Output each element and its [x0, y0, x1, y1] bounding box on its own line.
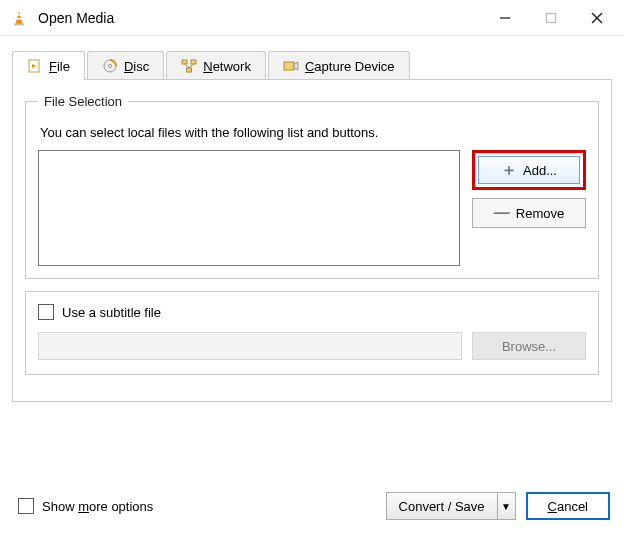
file-list[interactable] [38, 150, 460, 266]
vlc-cone-icon [10, 9, 28, 27]
subtitle-checkbox[interactable] [38, 304, 54, 320]
svg-point-11 [108, 64, 111, 67]
cancel-button[interactable]: Cancel [526, 492, 610, 520]
file-icon [27, 58, 43, 74]
tab-file[interactable]: File [12, 51, 85, 80]
svg-line-16 [189, 64, 194, 68]
tab-panel-file: File Selection You can select local file… [12, 79, 612, 402]
convert-save-label: Convert / Save [399, 499, 485, 514]
tab-network[interactable]: Network [166, 51, 266, 80]
svg-rect-5 [547, 13, 556, 22]
dialog-footer: Show more options Convert / Save ▼ Cance… [0, 484, 624, 536]
svg-rect-1 [14, 23, 24, 25]
file-selection-description: You can select local files with the foll… [40, 125, 586, 140]
svg-marker-0 [16, 11, 23, 24]
file-selection-legend: File Selection [38, 94, 128, 109]
convert-save-split-button: Convert / Save ▼ [386, 492, 516, 520]
tab-capture-device[interactable]: Capture Device [268, 51, 410, 80]
window-title: Open Media [38, 10, 114, 26]
svg-rect-3 [16, 18, 22, 20]
subtitle-group: Use a subtitle file Browse... [25, 291, 599, 375]
disc-icon [102, 58, 118, 74]
svg-rect-13 [191, 60, 196, 64]
network-icon [181, 58, 197, 74]
svg-rect-2 [16, 14, 21, 16]
maximize-button[interactable] [528, 3, 574, 33]
browse-subtitle-button: Browse... [472, 332, 586, 360]
browse-button-label: Browse... [502, 339, 556, 354]
svg-line-15 [185, 64, 190, 68]
show-more-options-checkbox[interactable] [18, 498, 34, 514]
cancel-button-label: Cancel [548, 499, 588, 514]
show-more-options-label: Show more options [42, 499, 153, 514]
tab-label: Disc [124, 59, 149, 74]
subtitle-path-input [38, 332, 462, 360]
tab-label: Network [203, 59, 251, 74]
remove-button[interactable]: — Remove [472, 198, 586, 228]
convert-save-button[interactable]: Convert / Save [386, 492, 498, 520]
subtitle-checkbox-label: Use a subtitle file [62, 305, 161, 320]
add-button-label: Add... [523, 163, 557, 178]
svg-marker-18 [294, 62, 298, 70]
add-button[interactable]: ＋ Add... [478, 156, 580, 184]
minimize-button[interactable] [482, 3, 528, 33]
close-button[interactable] [574, 3, 620, 33]
svg-rect-12 [182, 60, 187, 64]
svg-rect-14 [187, 68, 192, 72]
tab-label: Capture Device [305, 59, 395, 74]
window-controls [482, 3, 620, 33]
svg-rect-17 [284, 62, 294, 70]
remove-button-label: Remove [516, 206, 564, 221]
file-selection-group: File Selection You can select local file… [25, 94, 599, 279]
tab-label: File [49, 59, 70, 74]
tab-disc[interactable]: Disc [87, 51, 164, 80]
capture-device-icon [283, 58, 299, 74]
chevron-down-icon: ▼ [501, 501, 511, 512]
add-button-highlight: ＋ Add... [472, 150, 586, 190]
tab-bar: File Disc Networ [12, 50, 612, 79]
titlebar: Open Media [0, 0, 624, 36]
convert-save-dropdown[interactable]: ▼ [498, 492, 516, 520]
